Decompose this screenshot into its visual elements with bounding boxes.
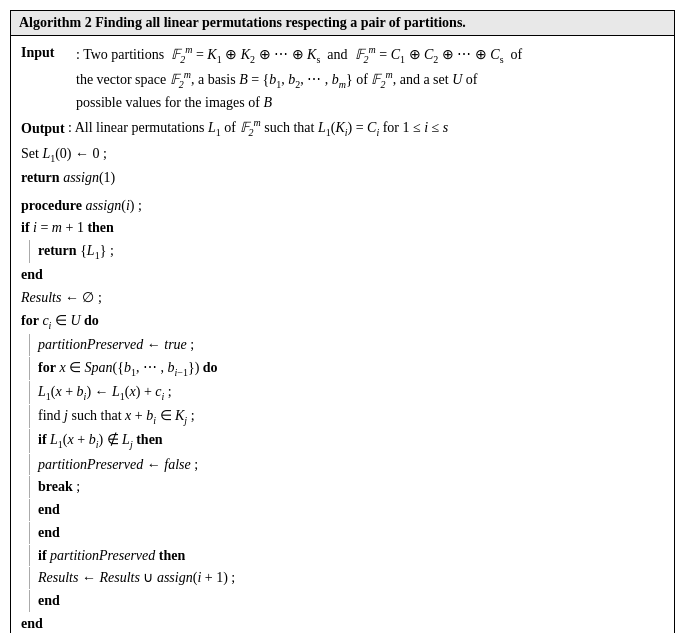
input-line2: the vector space 𝔽2m, a basis B = {b1, b… xyxy=(76,72,477,87)
line-return-assign1: return assign(1) xyxy=(21,167,664,189)
line-if-l1-notin: if L1(x + bi) ∉ Lj then xyxy=(29,429,664,452)
output-label: Output xyxy=(21,120,65,135)
line-end-for-ci: end xyxy=(21,613,664,633)
line-results-union: Results ← Results ∪ assign(i + 1) ; xyxy=(29,567,664,589)
algorithm-header: Algorithm 2 Finding all linear permutati… xyxy=(11,11,674,36)
line-break: break ; xyxy=(29,476,664,498)
line-end-if-pp: end xyxy=(29,590,664,612)
line-partition-true: partitionPreserved ← true ; xyxy=(29,334,664,356)
input-line3: possible values for the images of B xyxy=(76,95,272,110)
line-find-j: find j such that x + bi ∈ Kj ; xyxy=(29,405,664,428)
line-end-inner-if: end xyxy=(29,499,664,521)
line-l1-assign: L1(x + bi) ← L1(x) + ci ; xyxy=(29,381,664,404)
line-for-x: for x ∈ Span({b1, ⋯ , bi−1}) do xyxy=(29,357,664,380)
algorithm-title: Algorithm 2 xyxy=(19,15,92,30)
line-results-empty: Results ← ∅ ; xyxy=(21,287,664,309)
input-line1: : Two partitions 𝔽2m = K1 ⊕ K2 ⊕ ⋯ ⊕ Ks … xyxy=(76,47,522,62)
line-if-partpreserved: if partitionPreserved then xyxy=(29,545,664,567)
line-return-l1: return {L1} ; xyxy=(29,240,664,263)
output-block: Output : All linear permutations L1 of 𝔽… xyxy=(21,116,664,141)
input-label: Input xyxy=(21,42,76,64)
input-content: : Two partitions 𝔽2m = K1 ⊕ K2 ⊕ ⋯ ⊕ Ks … xyxy=(76,42,664,114)
line-end-1: end xyxy=(21,264,664,286)
line-procedure: procedure assign(i) ; xyxy=(21,195,664,217)
input-block: Input : Two partitions 𝔽2m = K1 ⊕ K2 ⊕ ⋯… xyxy=(21,42,664,114)
algorithm-box: Algorithm 2 Finding all linear permutati… xyxy=(10,10,675,633)
algorithm-body: Input : Two partitions 𝔽2m = K1 ⊕ K2 ⊕ ⋯… xyxy=(11,36,674,633)
line-partition-false: partitionPreserved ← false ; xyxy=(29,454,664,476)
algorithm-description: Finding all linear permutations respecti… xyxy=(95,15,466,30)
line-set-l1: Set L1(0) ← 0 ; xyxy=(21,143,664,166)
line-end-for-x: end xyxy=(29,522,664,544)
line-for-ci: for ci ∈ U do xyxy=(21,310,664,333)
output-text: : All linear permutations L1 of 𝔽2m such… xyxy=(68,120,448,135)
line-if-i-m1: if i = m + 1 then xyxy=(21,217,664,239)
